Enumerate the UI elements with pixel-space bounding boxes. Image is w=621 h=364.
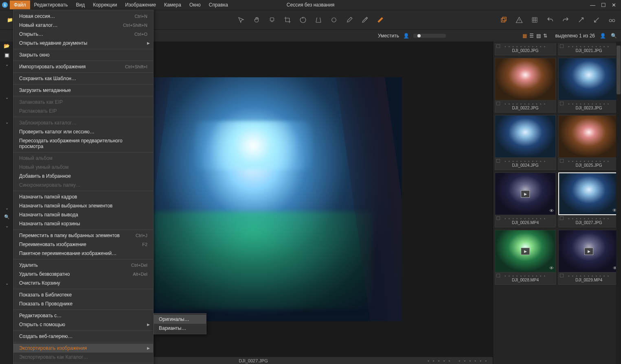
menu-item[interactable]: Экспортировать изображения▶	[13, 344, 153, 353]
thumbnail[interactable]: ▶👁• • • • • • • • • • •DJI_0026.MP4	[495, 172, 556, 227]
thumbnail[interactable]: • • • • • • • • • • •DJI_0022.JPG	[495, 58, 556, 113]
thumb-checkbox[interactable]	[560, 44, 564, 48]
annotate-tool-icon[interactable]	[375, 15, 385, 25]
copy-adj-icon[interactable]	[576, 15, 586, 25]
menu-вид[interactable]: Вид	[72, 0, 89, 9]
folder-icon[interactable]: 📂	[4, 43, 10, 49]
scrollbar[interactable]	[616, 41, 621, 364]
thumbnail[interactable]: • • • • • • • • • • •DJI_0021.JPG	[558, 43, 619, 55]
chevron-3[interactable]: ⌄	[5, 120, 9, 124]
thumb-checkbox[interactable]	[496, 102, 500, 105]
spot-tool-icon[interactable]	[329, 15, 339, 25]
grid-view-icon[interactable]: ▦	[522, 33, 527, 39]
thumb-checkbox[interactable]	[560, 102, 564, 105]
thumbnail-image[interactable]	[495, 58, 556, 100]
chevron-6[interactable]: ⌄	[5, 281, 9, 286]
menu-item[interactable]: Создать веб-галерею…	[13, 332, 153, 341]
thumb-checkbox[interactable]	[496, 274, 500, 277]
thumbnail[interactable]: • • • • • • • • • • •DJI_0023.JPG	[558, 58, 619, 113]
crop-tool-icon[interactable]	[283, 15, 292, 25]
menu-item[interactable]: Пересоздать изображения предварительного…	[13, 136, 153, 151]
thumb-checkbox[interactable]	[496, 44, 500, 48]
menu-item[interactable]: Новый каталог…Ctrl+Shift+N	[13, 21, 153, 30]
thumbnail-image[interactable]	[495, 115, 556, 158]
search-icon[interactable]: 🔍	[611, 33, 617, 39]
menu-изображение[interactable]: Изображение	[121, 0, 160, 9]
list-view-icon[interactable]: ☰	[529, 33, 534, 39]
thumbnail-image[interactable]	[558, 115, 619, 158]
chevron-1[interactable]: ⌄	[5, 62, 9, 67]
thumbnail[interactable]: ▶👁• • • • • • • • • • •DJI_0029.MP4	[558, 230, 619, 285]
thumbnail[interactable]: • • • • • • • • • • •DJI_0025.JPG	[558, 115, 619, 170]
menu-файл[interactable]: Файл	[10, 0, 30, 9]
cursor-tool-icon[interactable]	[236, 15, 246, 25]
profile-icon[interactable]: 👤	[403, 33, 409, 39]
menu-окно[interactable]: Окно	[185, 0, 205, 9]
dropper-tool-icon[interactable]	[360, 15, 370, 25]
thumbnail[interactable]: • • • • • • • • • • •DJI_0024.JPG	[495, 115, 556, 170]
search-panel-icon[interactable]: 🔍	[4, 214, 10, 220]
apply-adj-icon[interactable]	[592, 15, 601, 25]
submenu-item[interactable]: Варианты…	[154, 324, 206, 333]
sort-icon[interactable]: ⇅	[543, 33, 547, 39]
brush-tool-icon[interactable]	[345, 15, 354, 25]
menu-item[interactable]: Переименовать изображениеF2	[13, 240, 153, 249]
minimize-button[interactable]: —	[590, 2, 595, 8]
menu-item[interactable]: Показать в Проводнике	[13, 299, 153, 308]
hand-tool-icon[interactable]	[252, 15, 261, 25]
copies-icon[interactable]	[499, 15, 509, 25]
menu-item[interactable]: Открыть недавние документы▶	[13, 39, 153, 48]
undo-icon[interactable]	[545, 15, 555, 25]
menu-item[interactable]: Добавить в Избранное	[13, 172, 153, 181]
loupe-tool-icon[interactable]	[267, 15, 277, 25]
thumbnail-image[interactable]: 👁	[558, 172, 619, 215]
close-button[interactable]: ✕	[612, 2, 616, 8]
library-tab-icon[interactable]: 📁	[6, 16, 14, 24]
menu-item[interactable]: Закрыть окно	[13, 50, 153, 59]
thumbnail[interactable]: 👁• • • • • • • • • • •DJI_0027.JPG	[558, 172, 619, 227]
filmstrip-view-icon[interactable]: ▤	[536, 33, 541, 39]
thumb-checkbox[interactable]	[560, 216, 564, 220]
menu-item[interactable]: Проверить каталог или сессию…	[13, 127, 153, 136]
menu-справка[interactable]: Справка	[205, 0, 232, 9]
chevron-2[interactable]: ⌄	[5, 95, 9, 100]
thumb-checkbox[interactable]	[560, 159, 564, 163]
menu-item[interactable]: Назначить папкой выбранных элементов	[13, 201, 153, 210]
chevron-4[interactable]: ⌄	[5, 206, 9, 210]
menu-редактировать[interactable]: Редактировать	[30, 0, 72, 9]
thumb-checkbox[interactable]	[496, 159, 500, 163]
thumb-checkbox[interactable]	[496, 216, 500, 220]
thumb-checkbox[interactable]	[560, 274, 564, 277]
thumbnail[interactable]: ▶👁• • • • • • • • • • •DJI_0028.MP4	[495, 230, 556, 285]
glasses-icon[interactable]	[607, 15, 617, 25]
menu-item[interactable]: Очистить Корзину	[13, 279, 153, 288]
menu-item[interactable]: Удалить безвозвратноAlt+Del	[13, 270, 153, 279]
chevron-5[interactable]: ⌄	[5, 224, 9, 228]
menu-item[interactable]: Новая сессия…Ctrl+N	[13, 12, 153, 21]
menu-item[interactable]: Импортировать изображенияCtrl+Shift+I	[13, 62, 153, 71]
menu-item[interactable]: УдалитьCtrl+Del	[13, 261, 153, 270]
menu-item[interactable]: Открыть…Ctrl+O	[13, 30, 153, 39]
menu-item[interactable]: Сохранить как Шаблон…	[13, 74, 153, 83]
submenu-item[interactable]: Оригиналы…	[154, 315, 206, 324]
thumbnail-image[interactable]: ▶👁	[495, 230, 556, 272]
search-small-icon[interactable]: 🔲	[4, 53, 10, 58]
rotate-tool-icon[interactable]	[298, 15, 308, 25]
redo-icon[interactable]	[561, 15, 571, 25]
menu-item[interactable]: Назначить папкой корзины	[13, 219, 153, 228]
keystone-tool-icon[interactable]	[314, 15, 323, 25]
menu-item[interactable]: Пакетное переименование изображений…	[13, 249, 153, 258]
menu-item[interactable]: Назначить папкой кадров	[13, 192, 153, 201]
menu-item[interactable]: Показать в Библиотеке	[13, 290, 153, 299]
rating-dots[interactable]: • • • • • • • • • • •	[428, 358, 488, 363]
thumbnail-image[interactable]: ▶👁	[495, 172, 556, 215]
menu-item[interactable]: Редактировать с…	[13, 311, 153, 320]
fit-label[interactable]: Уместить	[378, 33, 399, 39]
menu-item[interactable]: Открыть с помощью▶	[13, 320, 153, 329]
thumbnail[interactable]: • • • • • • • • • • •DJI_0020.JPG	[495, 43, 556, 55]
menu-item[interactable]: Переместить в папку выбранных элементовC…	[13, 231, 153, 240]
menu-item[interactable]: Назначить папкой вывода	[13, 210, 153, 219]
maximize-button[interactable]: ☐	[601, 2, 606, 8]
thumbnail-image[interactable]: ▶👁	[558, 230, 619, 272]
menu-item[interactable]: Загрузить метаданные	[13, 86, 153, 95]
